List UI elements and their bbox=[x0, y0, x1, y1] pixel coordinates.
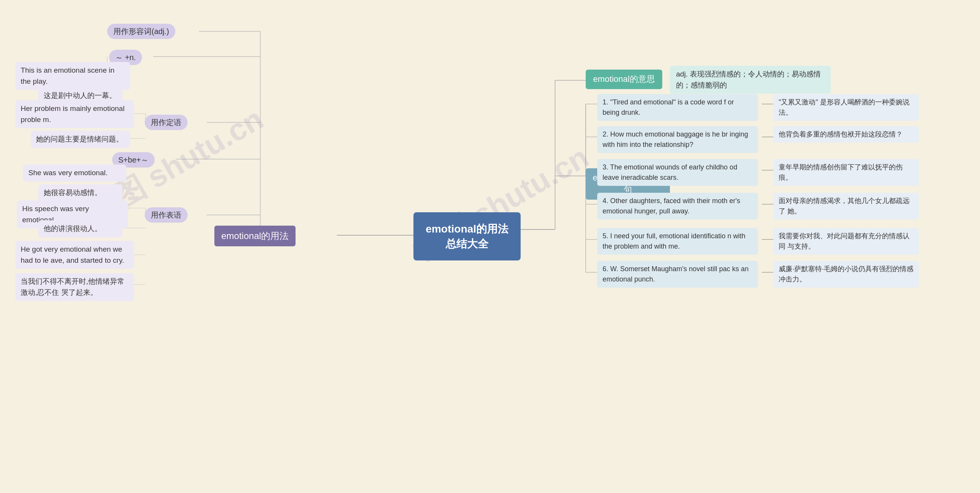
usage-node: emotional的用法 bbox=[214, 226, 296, 246]
example-speech-zh: 他的讲演很动人。 bbox=[38, 220, 122, 238]
example-problem-en: Her problem is mainly emotional proble m… bbox=[15, 100, 134, 128]
example-scene-en: This is an emotional scene in the play. bbox=[15, 62, 130, 90]
example-4-zh: 面对母亲的情感渴求，其他几个女儿都疏远了 她。 bbox=[773, 193, 919, 220]
center-label: emotional的用法总结大全 bbox=[426, 223, 508, 250]
meaning-content-node: adj. 表现强烈情感的；令人动情的；易动感情 的；感情脆弱的 bbox=[670, 66, 831, 94]
example-6-en: 6. W. Somerset Maugham's novel still pac… bbox=[597, 261, 758, 288]
example-she-zh: 她很容易动感情。 bbox=[38, 184, 122, 202]
example-got-en: He got very emotional when we had to le … bbox=[15, 241, 134, 269]
example-3-en: 3. The emotional wounds of early childho… bbox=[597, 159, 758, 186]
example-problem-zh: 她的问题主要是情绪问题。 bbox=[31, 131, 130, 148]
example-5-zh: 我需要你对我、对此问题都有充分的情感认同 与支持。 bbox=[773, 228, 919, 255]
example-4-en: 4. Other daughters, faced with their mot… bbox=[597, 193, 758, 220]
center-node: emotional的用法总结大全 bbox=[413, 212, 521, 260]
example-2-en: 2. How much emotional baggage is he br i… bbox=[597, 126, 758, 153]
example-2-zh: 他背负着多重的感情包袱开始这段恋情？ bbox=[773, 126, 919, 143]
example-1-zh: "又累又激动" 是形容人喝醉酒的一种委婉说 法。 bbox=[773, 94, 919, 121]
adj-node: 用作形容词(adj.) bbox=[107, 24, 175, 39]
mindmap-container: 树图 shutu.cn 树图 shutu.cn emotional的用法总结大全… bbox=[0, 0, 980, 493]
example-1-en: 1. "Tired and emotional" is a code word … bbox=[597, 94, 758, 121]
example-3-zh: 童年早期的情感创伤留下了难以抚平的伤痕。 bbox=[773, 159, 919, 186]
example-got-zh: 当我们不得不离开时,他情绪异常激动,忍不住 哭了起来。 bbox=[15, 273, 134, 301]
example-6-zh: 威廉·萨默塞特·毛姆的小说仍具有强烈的情感 冲击力。 bbox=[773, 261, 919, 288]
meaning-title-node: emotional的意思 bbox=[586, 70, 662, 89]
example-5-en: 5. I need your full, emotional identific… bbox=[597, 228, 758, 255]
pred-node: 用作表语 bbox=[145, 207, 188, 223]
example-she-en: She was very emotional. bbox=[23, 164, 126, 182]
usage-label: emotional的用法 bbox=[221, 231, 289, 241]
def-node: 用作定语 bbox=[145, 115, 188, 130]
